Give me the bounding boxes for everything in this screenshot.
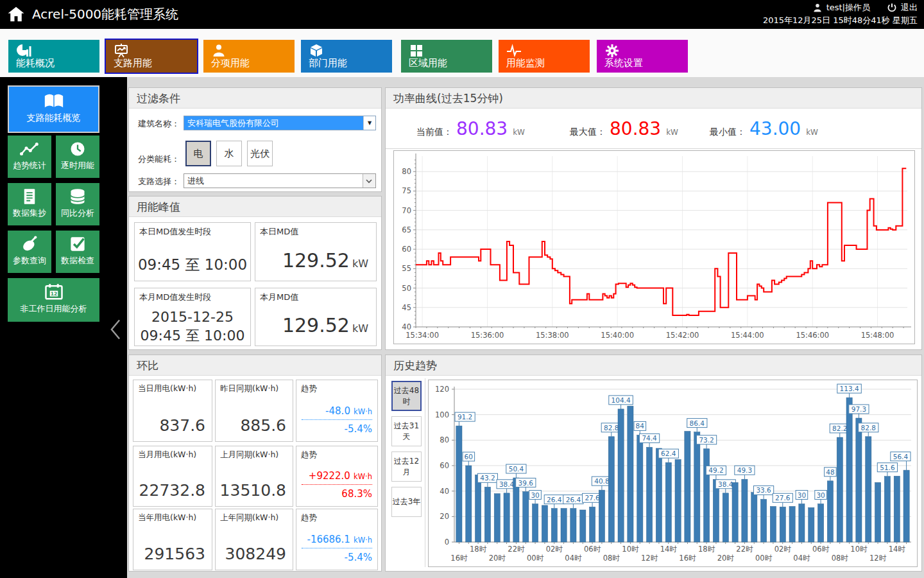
svg-text:38.4: 38.4 bbox=[718, 480, 733, 488]
svg-text:18时: 18时 bbox=[698, 545, 715, 554]
svg-text:15:46:00: 15:46:00 bbox=[796, 331, 829, 340]
svg-text:82.2: 82.2 bbox=[832, 425, 847, 432]
tab-department-energy[interactable]: 部门用能 bbox=[301, 40, 392, 73]
logged-in-user[interactable]: test|操作员 bbox=[826, 2, 870, 13]
database-icon bbox=[69, 188, 87, 205]
svg-text:84: 84 bbox=[636, 422, 645, 430]
svg-text:27.6: 27.6 bbox=[775, 494, 791, 502]
svg-text:40: 40 bbox=[440, 487, 449, 496]
svg-text:73.2: 73.2 bbox=[699, 436, 714, 444]
svg-text:20: 20 bbox=[440, 512, 449, 521]
building-name-combobox[interactable]: 安科瑞电气股份有限公司 ▼ bbox=[184, 116, 376, 130]
clock-icon bbox=[69, 141, 87, 157]
collapse-sidebar-chevron[interactable] bbox=[108, 319, 123, 340]
svg-text:20时: 20时 bbox=[489, 554, 506, 563]
svg-text:30: 30 bbox=[531, 491, 539, 499]
svg-text:15:34:00: 15:34:00 bbox=[406, 331, 439, 340]
svg-text:16时: 16时 bbox=[450, 554, 468, 563]
svg-text:12时: 12时 bbox=[869, 554, 887, 563]
tab-branch-energy[interactable]: 支路用能 bbox=[106, 40, 197, 73]
svg-text:12: 12 bbox=[50, 291, 56, 297]
energy-type-pv-button[interactable]: 光伏 bbox=[247, 141, 273, 166]
sidebar-item-branch-overview[interactable]: 支路能耗概览 bbox=[8, 85, 99, 133]
previous-period-label: 上月同期(kW·h) bbox=[220, 450, 278, 460]
svg-text:49.2: 49.2 bbox=[708, 466, 723, 474]
energy-type-electric-button[interactable]: 电 bbox=[185, 141, 211, 166]
energy-type-water-button[interactable]: 水 bbox=[216, 141, 242, 166]
svg-text:12时: 12时 bbox=[641, 554, 658, 563]
usage-value: 22732.8 bbox=[139, 481, 205, 500]
svg-text:48: 48 bbox=[826, 468, 834, 476]
svg-text:40.8: 40.8 bbox=[594, 477, 609, 485]
trend-unit: kW·h bbox=[354, 472, 372, 481]
cube-icon bbox=[309, 43, 324, 58]
huanbi-panel-title: 环比 bbox=[129, 355, 381, 376]
tab-past-31d[interactable]: 过去31天 bbox=[391, 416, 422, 446]
min-value-stat: 最小值： 43.00 kW bbox=[710, 118, 818, 139]
sidebar-item-trend-stats[interactable]: 趋势统计 bbox=[8, 136, 51, 178]
home-icon[interactable] bbox=[6, 4, 26, 24]
svg-text:02时: 02时 bbox=[774, 545, 792, 554]
energy-type-label: 分类能耗： bbox=[138, 153, 180, 165]
sidebar-item-nonworkday-analysis[interactable]: 12 非工作日用能分析 bbox=[8, 278, 99, 322]
svg-text:10时: 10时 bbox=[850, 545, 868, 554]
svg-text:60: 60 bbox=[402, 245, 411, 254]
svg-text:15:40:00: 15:40:00 bbox=[601, 331, 634, 340]
sidebar-item-data-collection[interactable]: 数据集抄 bbox=[8, 183, 51, 225]
day-md-value-card: 本日MD值 129.52kW bbox=[255, 222, 377, 281]
logout-button[interactable]: 退出 bbox=[901, 2, 918, 13]
top-bar: Acrel-5000能耗管理系统 test|操作员 退出 2015年12月25日… bbox=[0, 0, 924, 29]
sidebar-item-parameter-query[interactable]: 参数查询 bbox=[8, 231, 51, 273]
usage-card: 当月用电(kW·h)22732.8 bbox=[133, 446, 212, 507]
sidebar-item-data-check[interactable]: 数据检查 bbox=[56, 231, 99, 273]
sidebar-item-hourly-energy[interactable]: 逐时用能 bbox=[56, 136, 99, 178]
usage-label: 当年用电(kW·h) bbox=[138, 512, 196, 523]
app-title: Acrel-5000能耗管理系统 bbox=[32, 6, 178, 23]
previous-period-value: 885.6 bbox=[240, 416, 286, 435]
building-name-value: 安科瑞电气股份有限公司 bbox=[184, 116, 363, 130]
svg-text:26.4: 26.4 bbox=[566, 496, 581, 504]
history-bar-chart: 02040608010012016时91.26018时43.220时38.422… bbox=[428, 380, 918, 567]
tab-subentry-energy[interactable]: 分项用能 bbox=[203, 40, 295, 73]
pie-chart-icon bbox=[16, 43, 31, 58]
trend-card: 趋势+9222.0 kW·h68.3% bbox=[296, 446, 378, 507]
svg-text:43.2: 43.2 bbox=[480, 474, 495, 482]
trend-value: +9222.0 bbox=[309, 470, 350, 482]
history-divider bbox=[425, 378, 425, 567]
svg-text:80: 80 bbox=[402, 167, 411, 176]
svg-text:08时: 08时 bbox=[603, 554, 620, 563]
svg-text:80: 80 bbox=[440, 435, 449, 444]
trend-detail: -16686.1 kW·h-5.4% bbox=[302, 533, 372, 563]
previous-period-label: 上年同期(kW·h) bbox=[220, 512, 278, 523]
previous-period-card: 昨日同期(kW·h)885.6 bbox=[215, 380, 293, 442]
branch-dropdown-arrow-icon[interactable] bbox=[363, 174, 375, 188]
trend-label: 趋势 bbox=[301, 450, 317, 460]
day-md-value-label: 本日MD值 bbox=[260, 226, 298, 238]
day-md-value: 129.52 bbox=[282, 249, 350, 272]
tab-past-3y[interactable]: 过去3年 bbox=[391, 487, 422, 517]
huanbi-panel: 环比 当日用电(kW·h)837.6昨日同期(kW·h)885.6趋势-48.0… bbox=[128, 355, 382, 572]
trend-percent: 68.3% bbox=[302, 488, 372, 500]
trend-unit: kW·h bbox=[354, 536, 372, 545]
day-md-unit: kW bbox=[352, 258, 368, 270]
tab-past-12m[interactable]: 过去12月 bbox=[391, 451, 422, 482]
tab-energy-monitor[interactable]: 用能监测 bbox=[499, 40, 590, 73]
document-icon bbox=[21, 188, 38, 205]
sidebar-item-yoy-analysis[interactable]: 同比分析 bbox=[56, 183, 99, 225]
power-curve-panel: 功率曲线(过去15分钟) 当前值： 80.83 kW 最大值： 80.83 kW… bbox=[385, 87, 922, 350]
trend-percent: -5.4% bbox=[302, 423, 372, 435]
building-dropdown-arrow-icon[interactable]: ▼ bbox=[363, 116, 375, 130]
main-nav: 能耗概况 支路用能 分项用能 部门用能 bbox=[0, 29, 924, 77]
tab-past-48h[interactable]: 过去48时 bbox=[391, 381, 422, 411]
previous-period-value: 13510.8 bbox=[220, 481, 286, 500]
svg-text:20时: 20时 bbox=[717, 554, 735, 563]
svg-text:65: 65 bbox=[402, 225, 411, 234]
power-curve-title: 功率曲线(过去15分钟) bbox=[386, 88, 921, 109]
tab-energy-overview[interactable]: 能耗概况 bbox=[8, 40, 99, 73]
branch-select-label: 支路选择： bbox=[138, 176, 180, 188]
svg-text:15:42:00: 15:42:00 bbox=[666, 331, 699, 340]
trend-label: 趋势 bbox=[301, 383, 317, 394]
tab-area-energy[interactable]: 区域用能 bbox=[401, 40, 492, 73]
branch-select[interactable]: 进线 bbox=[184, 173, 376, 188]
tab-system-settings[interactable]: 系统设置 bbox=[597, 40, 688, 73]
